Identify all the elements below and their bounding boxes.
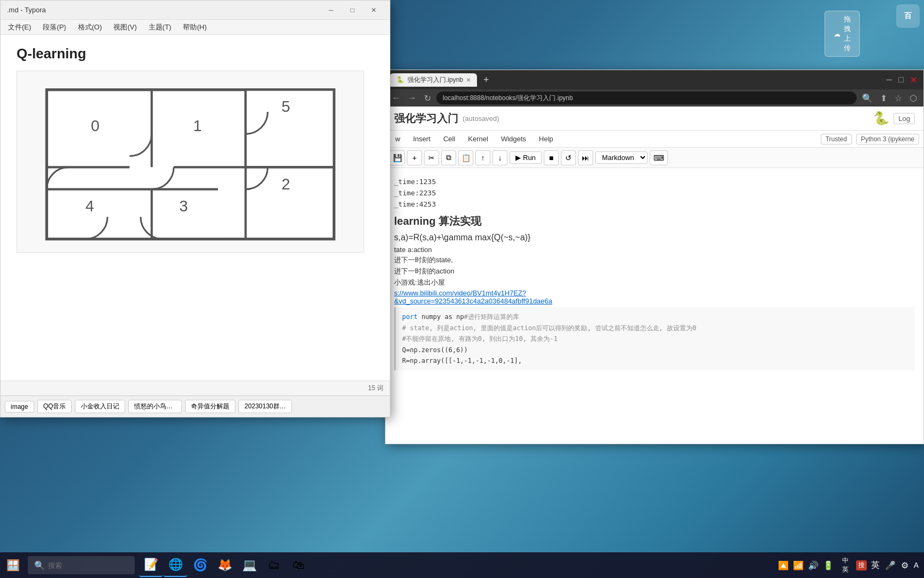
- desktop: 📁 📂 ⬡ W ⚔ ▶_ M 📁 ☁ 拖拽上传 百 ▼: [0, 0, 924, 578]
- share-icon[interactable]: ⬆: [878, 92, 889, 104]
- taskbar-app-chrome[interactable]: 🌀: [188, 553, 212, 577]
- save-button[interactable]: 💾: [390, 150, 405, 165]
- input-method-icon[interactable]: A: [913, 560, 920, 571]
- jupyter-menu-kernel[interactable]: Kernel: [463, 134, 494, 144]
- move-up-button[interactable]: ↑: [475, 150, 490, 165]
- typora-menu-theme[interactable]: 主题(T): [143, 21, 177, 33]
- tray-network-icon[interactable]: 📶: [792, 559, 805, 572]
- svg-text:1: 1: [193, 117, 202, 134]
- files-taskbar-icon: 🗂: [268, 558, 280, 572]
- paste-button[interactable]: 📋: [458, 150, 473, 165]
- browser-close[interactable]: ✕: [908, 74, 919, 86]
- taskbar-clock[interactable]: 中 英: [838, 555, 853, 575]
- taskbar-app-terminal[interactable]: 💻: [237, 553, 261, 577]
- typora-document-title: Q-learning: [17, 45, 374, 62]
- browser-minimize[interactable]: ─: [884, 74, 894, 86]
- code-line-1: port numpy as np#进行矩阵运算的库: [402, 311, 908, 322]
- tray-battery-icon[interactable]: 🔋: [822, 559, 835, 572]
- taskbar-app-jupyter[interactable]: 🌐: [164, 553, 187, 577]
- back-button[interactable]: ←: [390, 92, 403, 104]
- search-icon[interactable]: 🔍: [860, 92, 875, 104]
- svg-text:0: 0: [91, 117, 99, 134]
- floorplan-image: 0 1 5 2 4 3: [17, 71, 364, 253]
- tray-volume-icon[interactable]: 🔊: [807, 559, 820, 572]
- jupyter-notebook-title: 强化学习入门: [394, 111, 458, 126]
- log-button[interactable]: Log: [894, 113, 915, 124]
- browser-maximize[interactable]: □: [896, 74, 906, 86]
- code-line-5: R=np.array([[-1,-1,-1,-1,0,-1],: [402, 355, 908, 366]
- typora-menu-help[interactable]: 帮助(H): [178, 21, 212, 33]
- stop-button[interactable]: ■: [544, 150, 559, 165]
- taskbar-item-qq[interactable]: QQ音乐: [37, 400, 72, 413]
- forward-button[interactable]: →: [406, 92, 419, 104]
- taskbar-app-firefox[interactable]: 🦊: [213, 553, 236, 577]
- tray-expand-icon[interactable]: 🔼: [777, 559, 790, 572]
- cell-text-next-action: 进下一时刻的action: [394, 267, 915, 276]
- refresh-button[interactable]: ↻: [422, 92, 433, 104]
- taskbar-item-svd[interactable]: 奇异值分解题: [185, 400, 235, 413]
- move-down-button[interactable]: ↓: [492, 150, 507, 165]
- keyboard-shortcut-button[interactable]: ⌨: [650, 150, 668, 165]
- mic-icon[interactable]: 🎤: [884, 559, 897, 572]
- upload-label: 拖拽上传: [844, 14, 851, 53]
- restart-button[interactable]: ↺: [561, 150, 576, 165]
- jupyter-menu-cell[interactable]: Cell: [438, 134, 460, 144]
- typora-menu-view[interactable]: 视图(V): [108, 21, 142, 33]
- typora-menu-file[interactable]: 文件(E): [3, 21, 36, 33]
- typora-editor-content[interactable]: Q-learning: [1, 35, 390, 381]
- jupyter-title-row: 强化学习入门 (autosaved) 🐍 Log: [386, 107, 923, 131]
- restart-run-button[interactable]: ⏭: [578, 150, 593, 165]
- extension-icon[interactable]: ⬡: [907, 92, 919, 104]
- jupyter-notebook-content[interactable]: _time:1235 _time:2235 _time:4253 learnin…: [386, 168, 923, 444]
- jupyter-menu-help[interactable]: Help: [534, 134, 559, 144]
- minimize-button[interactable]: ─: [321, 3, 341, 18]
- jupyter-menu-widgets[interactable]: Widgets: [496, 134, 532, 144]
- typora-bottom-taskbar: image QQ音乐 小金收入日记 愤怒的小鸟图片素材 奇异值分解题 20230…: [1, 396, 390, 417]
- taskbar-search-box[interactable]: 🔍: [28, 556, 135, 574]
- taskbar-app-shop[interactable]: 🛍: [287, 553, 310, 577]
- cut-button[interactable]: ✂: [424, 150, 439, 165]
- taskbar-item-income[interactable]: 小金收入日记: [75, 400, 125, 413]
- taskbar-item-bird[interactable]: 愤怒的小鸟图片素材: [128, 400, 182, 413]
- browser-tab-jupyter[interactable]: 🐍 强化学习入门.ipynb ✕: [390, 73, 477, 87]
- typora-window-title: .md - Typora: [7, 6, 321, 14]
- settings-icon[interactable]: ⚙: [900, 559, 910, 572]
- copy-button[interactable]: ⧉: [441, 150, 456, 165]
- taskbar-item-algo[interactable]: 20230130群算法(上): [238, 400, 292, 413]
- close-button[interactable]: ✕: [364, 3, 383, 18]
- code-cell[interactable]: port numpy as np#进行矩阵运算的库 # state, 列是act…: [394, 307, 915, 370]
- maximize-button[interactable]: □: [343, 3, 362, 18]
- new-tab-button[interactable]: +: [480, 73, 492, 87]
- address-bar[interactable]: localhost:8888/notebooks/强化学习入门.ipynb: [436, 92, 857, 104]
- run-button[interactable]: ▶ Run: [510, 151, 542, 164]
- start-button[interactable]: 🪟: [0, 552, 26, 578]
- upload-button[interactable]: ☁ 拖拽上传: [825, 11, 860, 57]
- bookmark-icon[interactable]: ☆: [892, 92, 904, 104]
- taskbar-item-image[interactable]: image: [5, 401, 34, 413]
- jupyter-output-area: _time:1235 _time:2235 _time:4253: [394, 177, 915, 210]
- cell-type-select[interactable]: Markdown: [595, 151, 648, 164]
- baidu-icon[interactable]: 百: [896, 4, 920, 28]
- typora-menu-format[interactable]: 格式(O): [73, 21, 107, 33]
- input-lang-icon[interactable]: 英: [870, 559, 881, 572]
- trusted-badge[interactable]: Trusted: [821, 134, 852, 144]
- cell-link-1[interactable]: s://www.bilibili.com/video/BV1mt4y1H7EZ?: [394, 289, 915, 297]
- cell-heading: learning 算法实现: [394, 214, 915, 229]
- chrome-taskbar-icon: 🌀: [193, 558, 207, 572]
- jupyter-menu-w[interactable]: w: [390, 134, 405, 144]
- cell-text-state: tate a:action: [394, 246, 915, 254]
- taskbar-app-files[interactable]: 🗂: [262, 553, 286, 577]
- output-line-1: _time:1235: [394, 177, 915, 188]
- add-cell-button[interactable]: +: [407, 150, 422, 165]
- typora-menu-paragraph[interactable]: 段落(P): [37, 21, 71, 33]
- jupyter-menu-insert[interactable]: Insert: [407, 134, 436, 144]
- taskbar-app-typora[interactable]: 📝: [139, 553, 163, 577]
- search-icon: 🔍: [34, 560, 45, 571]
- taskbar-search-input[interactable]: [48, 561, 112, 569]
- tab-close-button[interactable]: ✕: [466, 77, 471, 83]
- system-tray: 🔼 📶 🔊 🔋: [777, 559, 835, 572]
- output-line-2: _time:2235: [394, 188, 915, 199]
- sougo-icon[interactable]: 搜: [856, 560, 867, 571]
- cell-link-2[interactable]: &vd_source=923543613c4a2a036484afbff91da…: [394, 297, 915, 305]
- taskbar-right-area: 🔼 📶 🔊 🔋 中 英 搜 英 🎤 ⚙ A: [777, 555, 924, 575]
